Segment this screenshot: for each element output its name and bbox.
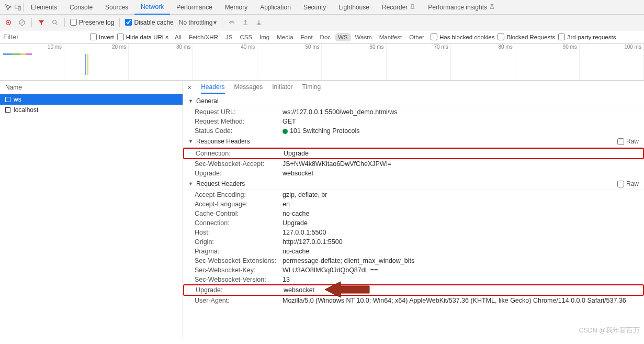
header-value: Upgrade (284, 150, 643, 157)
svg-line-5 (20, 20, 24, 24)
hide-data-urls-checkbox[interactable]: Hide data URLs (117, 34, 168, 40)
tab-lighthouse[interactable]: Lighthouse (332, 0, 376, 15)
header-value: websocket (284, 286, 643, 294)
header-key: Upgrade: (196, 286, 284, 294)
invert-checkbox[interactable]: Invert (90, 34, 114, 40)
raw-toggle[interactable]: Raw (617, 180, 639, 187)
header-row: Sec-Websocket-Key:WLU3AO8IMGq0JdQbQ87dL … (183, 265, 644, 275)
filter-type-manifest[interactable]: Manifest (376, 33, 405, 41)
header-key: Accept-Language: (195, 201, 283, 208)
header-row: Accept-Encoding:gzip, deflate, br (183, 190, 644, 199)
header-value: WLU3AO8IMGq0JdQbQ87dL == (283, 267, 644, 274)
detail-pane: × HeadersMessagesInitiatorTiming ▼Genera… (183, 81, 644, 337)
main-split: Name wslocalhost × HeadersMessagesInitia… (0, 81, 644, 337)
header-row: Origin:http://127.0.0.1:5500 (183, 237, 644, 247)
tab-sources[interactable]: Sources (99, 0, 134, 15)
header-row: Request URL:ws://127.0.0.1:5500/web_demo… (183, 107, 644, 117)
tab-console[interactable]: Console (63, 0, 99, 15)
filter-type-js[interactable]: JS (222, 33, 235, 41)
tab-performance[interactable]: Performance (170, 0, 219, 15)
detail-tab-timing[interactable]: Timing (302, 81, 321, 94)
triangle-down-icon: ▼ (188, 98, 193, 104)
header-value: http://127.0.0.1:5500 (283, 238, 644, 246)
devtools-tabs: ElementsConsoleSourcesNetworkPerformance… (0, 0, 644, 15)
timeline[interactable]: 10 ms20 ms30 ms40 ms50 ms60 ms70 ms80 ms… (0, 44, 644, 81)
header-key: Pragma: (195, 248, 283, 255)
header-key: Sec-Websocket-Version: (195, 276, 283, 283)
filter-icon[interactable] (37, 18, 46, 27)
header-value: gzip, deflate, br (283, 191, 644, 198)
tab-elements[interactable]: Elements (25, 0, 63, 15)
header-key: Sec-Websocket-Accept: (195, 160, 283, 168)
request-row[interactable]: localhost (0, 105, 183, 115)
preserve-log-checkbox[interactable]: Preserve log (70, 19, 114, 26)
header-row: Request Method:GET (183, 117, 644, 126)
filter-type-img[interactable]: Img (256, 33, 273, 41)
filter-type-css[interactable]: CSS (236, 33, 255, 41)
filter-type-all[interactable]: All (172, 33, 185, 41)
filter-type-fetch-xhr[interactable]: Fetch/XHR (186, 33, 221, 41)
request-row[interactable]: ws (0, 94, 183, 105)
device-icon[interactable] (14, 3, 22, 12)
blocked-requests-checkbox[interactable]: Blocked Requests (498, 34, 555, 40)
file-icon (5, 107, 10, 113)
header-key: Host: (195, 229, 283, 236)
detail-tab-initiator[interactable]: Initiator (272, 81, 292, 94)
timeline-col: 30 ms (129, 44, 193, 80)
timeline-col: 50 ms (257, 44, 322, 80)
tab-security[interactable]: Security (297, 0, 332, 15)
network-toolbar: Preserve log Disable cache No throttling… (0, 15, 644, 30)
headers-panel: ▼GeneralRequest URL:ws://127.0.0.1:5500/… (183, 94, 644, 337)
header-row: User-Agent:Mozilla/5.0 (Windows NT 10.0;… (183, 296, 644, 305)
network-conditions-icon[interactable] (228, 18, 236, 27)
third-party-checkbox[interactable]: 3rd-party requests (558, 34, 616, 40)
header-row: Pragma:no-cache (183, 247, 644, 256)
filter-type-wasm[interactable]: Wasm (352, 33, 375, 41)
detail-tabs: × HeadersMessagesInitiatorTiming (183, 81, 644, 94)
disable-cache-checkbox[interactable]: Disable cache (125, 19, 173, 26)
header-value: no-cache (283, 210, 644, 217)
raw-toggle[interactable]: Raw (617, 138, 639, 145)
filter-type-ws[interactable]: WS (335, 33, 351, 41)
column-name-header[interactable]: Name (0, 81, 183, 94)
header-value: 101 Switching Protocols (283, 127, 644, 135)
tab-application[interactable]: Application (254, 0, 297, 15)
timeline-col: 60 ms (322, 44, 386, 80)
export-icon[interactable] (255, 18, 263, 27)
header-value: Upgrade (283, 219, 644, 227)
record-icon[interactable] (4, 18, 13, 27)
triangle-down-icon: ▼ (188, 181, 193, 186)
filter-type-media[interactable]: Media (274, 33, 296, 41)
clear-icon[interactable] (18, 18, 26, 27)
has-blocked-cookies-checkbox[interactable]: Has blocked cookies (431, 34, 494, 40)
header-row: Status Code:101 Switching Protocols (183, 126, 644, 136)
filter-input[interactable] (3, 33, 87, 41)
tab-performance-insights[interactable]: Performance insights (422, 0, 501, 15)
filter-type-font[interactable]: Font (298, 33, 316, 41)
svg-point-6 (53, 20, 57, 24)
section-header[interactable]: ▼General (183, 95, 644, 107)
header-key: Cache-Control: (195, 210, 283, 217)
inspect-icon[interactable] (4, 3, 13, 12)
filter-row: Invert Hide data URLs AllFetch/XHRJSCSSI… (0, 30, 644, 44)
section-header[interactable]: ▼Response Headers Raw (183, 136, 644, 148)
detail-tab-headers[interactable]: Headers (201, 81, 224, 94)
tab-network[interactable]: Network (134, 0, 170, 15)
import-icon[interactable] (241, 18, 250, 27)
header-row: Accept-Language:en (183, 199, 644, 209)
svg-point-3 (7, 21, 9, 24)
detail-tab-messages[interactable]: Messages (234, 81, 263, 94)
throttling-select[interactable]: No throttling ▾ (179, 19, 217, 26)
header-row: Upgrade:websocket (183, 169, 644, 178)
section-header[interactable]: ▼Request Headers Raw (183, 178, 644, 190)
tab-memory[interactable]: Memory (219, 0, 254, 15)
header-key: Connection: (195, 219, 283, 227)
filter-type-doc[interactable]: Doc (317, 33, 334, 41)
tab-recorder[interactable]: Recorder (376, 0, 422, 15)
filter-type-other[interactable]: Other (406, 33, 427, 41)
header-row: Host:127.0.0.1:5500 (183, 228, 644, 237)
header-key: Sec-Websocket-Key: (195, 267, 283, 274)
close-icon[interactable]: × (187, 83, 191, 92)
chevron-down-icon: ▾ (213, 19, 217, 26)
search-icon[interactable] (51, 18, 59, 27)
